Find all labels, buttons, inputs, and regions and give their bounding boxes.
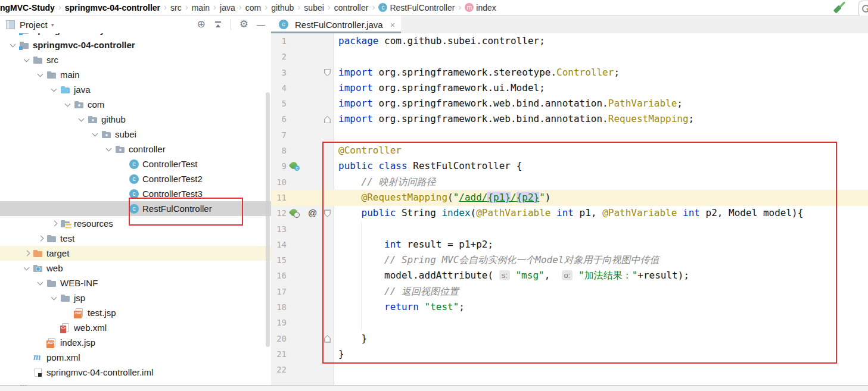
tree-item-java[interactable]: java [0,82,271,97]
tree-item-jsp[interactable]: jsp [0,290,271,305]
breadcrumb-item[interactable]: cRestFulController [378,3,455,12]
tab-close-icon[interactable]: × [390,20,396,30]
tree-item-clipped[interactable] [0,380,271,386]
tree-item-RestFulController[interactable]: RestFulController [0,201,271,216]
breadcrumb-item[interactable]: controller [334,3,369,12]
chevron-down-icon[interactable] [21,264,33,273]
locate-icon[interactable]: ⊕ [197,20,206,29]
tree-item-web[interactable]: web [0,261,271,276]
code-line[interactable]: 15 // Spring MVC会自动实例化一个Model对象用于向视图中传值 [271,252,868,268]
tree-item-test.jsp[interactable]: test.jsp [0,305,271,320]
at-annotation-gutter-icon[interactable]: @ [308,205,317,221]
tree-item-ControllerTest[interactable]: ControllerTest [0,157,271,171]
tree-item-com[interactable]: com [0,97,271,112]
chevron-right-icon[interactable] [49,219,60,229]
code-line[interactable]: 21} [271,346,868,362]
tree-item-src[interactable]: src [0,52,271,67]
code-line[interactable]: 20 } [271,331,868,346]
tree-item-ControllerTest2[interactable]: ControllerTest2 [0,171,271,186]
folder-icon [60,293,71,303]
code-line[interactable]: 17 // 返回视图位置 [271,284,868,299]
chevron-down-icon[interactable] [35,279,46,288]
project-panel-title[interactable]: Project [20,20,48,30]
settings-gear-icon[interactable]: ⚙ [239,20,248,29]
code-line[interactable]: 14 int result = p1+p2; [271,237,868,252]
tree-item-controller[interactable]: controller [0,142,271,157]
tree-item-github[interactable]: github [0,112,271,127]
code-line[interactable]: 10 // 映射访问路径 [271,174,868,190]
chevron-down-icon[interactable] [90,130,101,139]
breadcrumb-item[interactable]: main [192,3,210,12]
chevron-down-icon[interactable]: ▾ [51,21,54,28]
chevron-right-icon[interactable] [21,249,33,258]
tab-label: RestFulController.java [295,20,383,30]
tree-item-pom.xml[interactable]: pom.xml [0,350,271,365]
tree-item-springmvc-04-controller[interactable]: springmvc-04-controller [0,37,271,52]
breadcrumb-item[interactable]: ngMVC-Study [0,3,55,12]
code-line[interactable]: 1package com.github.subei.controller; [271,33,868,49]
breadcrumb-item[interactable]: subei [304,3,323,12]
chevron-down-icon[interactable] [104,145,115,154]
chevron-down-icon[interactable] [49,85,60,95]
tree-item-target[interactable]: target [0,246,271,261]
code-line[interactable]: 6import org.springframework.web.bind.ann… [271,111,868,127]
chevron-down-icon[interactable] [8,40,19,50]
fold-marker[interactable] [324,209,331,217]
fold-marker[interactable] [324,335,331,343]
breadcrumb-item[interactable]: src [170,3,182,12]
hide-panel-icon[interactable]: — [257,20,265,29]
code-line[interactable]: 8@Controller [271,143,868,158]
code-line[interactable]: 5import org.springframework.web.bind.ann… [271,96,868,111]
tree-item-test[interactable]: test [0,231,271,246]
tree-scrollbar[interactable] [266,92,270,347]
editor-tab[interactable]: RestFulController.java × [271,15,401,33]
breadcrumb-item[interactable]: mindex [465,3,496,12]
code-line[interactable]: 19 [271,315,868,330]
chevron-down-icon[interactable] [76,115,88,124]
tree-item-resources[interactable]: resources [0,216,271,231]
corner-tool-button[interactable] [858,1,868,17]
spring-bean-icon[interactable]: c [290,162,298,170]
chevron-down-icon[interactable] [21,55,33,65]
fold-marker[interactable] [324,69,331,77]
code-line[interactable]: 4import org.springframework.ui.Model; [271,80,868,96]
build-hammer-icon[interactable] [832,1,848,14]
tree-item-ControllerTest3[interactable]: ControllerTest3 [0,186,271,201]
code-line[interactable]: 22 [271,362,868,377]
tree-item-label: web.xml [74,323,107,333]
code-line[interactable]: 12@ public String index(@PathVariable in… [271,205,868,221]
tree-item-subei[interactable]: subei [0,127,271,142]
chevron-right-icon[interactable] [35,234,46,243]
tree-item-main[interactable]: main [0,67,271,82]
code-line[interactable]: 18 return "test"; [271,299,868,315]
line-number: 21 [271,346,287,362]
code-line[interactable]: 13 [271,221,868,237]
breadcrumb-item[interactable]: java [220,3,235,12]
fold-marker[interactable] [324,115,331,123]
chevron-down-icon[interactable] [63,100,74,110]
line-number: 12 [271,205,287,221]
line-number: 15 [271,252,287,268]
folder-icon [46,234,57,243]
code-line[interactable]: 11 @RequestMapping("/add/{p1}/{p2}") [271,190,868,205]
spring-bean-icon[interactable] [290,209,298,217]
code-line[interactable]: 7 [271,127,868,143]
collapse-all-icon[interactable] [214,20,222,29]
code-line[interactable]: 16 model.addAttribute( s: "msg", o: "加法结… [271,268,868,283]
breadcrumb-item[interactable]: com [245,3,261,12]
tree-item-WEB-INF[interactable]: WEB-INF [0,276,271,290]
class-icon [129,159,139,169]
breadcrumb-separator: › [164,2,167,12]
code-line[interactable]: 2 [271,49,868,64]
code-line[interactable]: 3import org.springframework.stereotype.C… [271,65,868,80]
breadcrumb-item[interactable]: github [271,3,294,12]
breadcrumb-item[interactable]: springmvc-04-controller [65,3,160,12]
code-line[interactable]: 9cpublic class RestFulController { [271,158,868,174]
tree-item-index.jsp[interactable]: index.jsp [0,335,271,350]
tree-item-web.xml[interactable]: web.xml [0,320,271,335]
code-text: public class RestFulController { [338,158,522,174]
chevron-down-icon[interactable] [49,293,60,303]
tree-item-springmvc-04-controller.iml[interactable]: springmvc-04-controller.iml [0,365,271,380]
chevron-down-icon[interactable] [35,70,46,80]
ide-root: ngMVC-Study›springmvc-04-controller›src›… [0,0,868,391]
